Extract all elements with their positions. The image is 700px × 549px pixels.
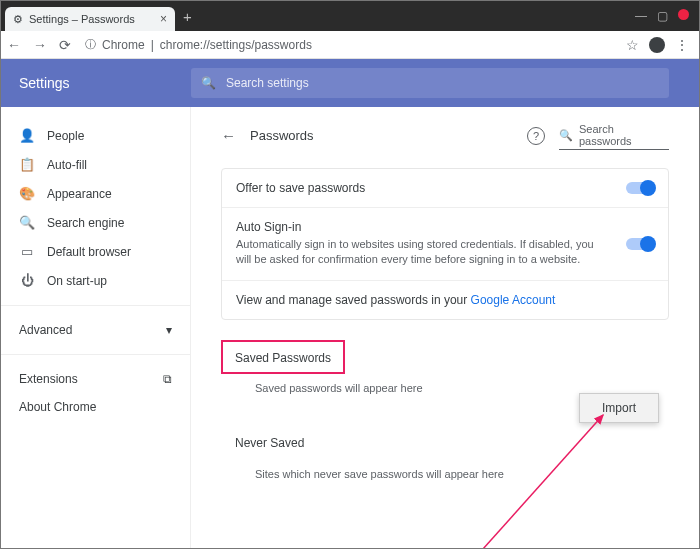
never-saved-section: Never Saved Sites which never save passw… [221, 426, 669, 496]
sidebar-item-on-startup[interactable]: ⏻On start-up [1, 266, 190, 295]
sidebar-item-label: Auto-fill [47, 158, 87, 172]
profile-icon[interactable] [649, 37, 665, 53]
sidebar-item-appearance[interactable]: 🎨Appearance [1, 179, 190, 208]
passwords-search[interactable]: 🔍 Search passwords [559, 121, 669, 150]
power-icon: ⏻ [19, 273, 35, 288]
manage-text: View and manage saved passwords in your [236, 293, 471, 307]
chevron-down-icon: ▾ [166, 323, 172, 337]
star-icon[interactable]: ☆ [626, 37, 639, 53]
sidebar-item-label: People [47, 129, 84, 143]
forward-icon[interactable]: → [33, 37, 47, 53]
site-info-icon[interactable]: ⓘ [85, 37, 96, 52]
brand-label: Settings [1, 75, 191, 91]
new-tab-button[interactable]: + [175, 8, 200, 25]
sidebar-item-label: Search engine [47, 216, 124, 230]
sidebar: 👤People 📋Auto-fill 🎨Appearance 🔍Search e… [1, 107, 191, 549]
import-menu-item[interactable]: Import [579, 393, 659, 423]
gear-icon: ⚙ [13, 13, 23, 26]
help-icon[interactable]: ? [527, 127, 545, 145]
search-icon: 🔍 [201, 76, 216, 90]
sidebar-item-people[interactable]: 👤People [1, 121, 190, 150]
sidebar-item-autofill[interactable]: 📋Auto-fill [1, 150, 190, 179]
saved-passwords-title-highlight: Saved Passwords [221, 340, 345, 374]
divider [1, 305, 190, 306]
page-title: Passwords [250, 128, 314, 143]
auto-signin-desc: Automatically sign in to websites using … [236, 237, 612, 268]
settings-search-placeholder: Search settings [226, 76, 309, 90]
back-icon[interactable]: ← [7, 37, 21, 53]
maximize-icon[interactable]: ▢ [657, 9, 668, 23]
omnibox-chrome-label: Chrome [102, 38, 145, 52]
offer-save-row: Offer to save passwords [222, 169, 668, 207]
password-options-card: Offer to save passwords Auto Sign-in Aut… [221, 168, 669, 320]
back-arrow-icon[interactable]: ← [221, 127, 236, 144]
import-label: Import [602, 401, 636, 415]
never-saved-title: Never Saved [221, 426, 669, 460]
close-tab-icon[interactable]: × [160, 12, 167, 26]
sidebar-item-label: On start-up [47, 274, 107, 288]
address-bar[interactable]: ⓘ Chrome | chrome://settings/passwords [81, 37, 616, 52]
tab-title: Settings – Passwords [29, 13, 135, 25]
sidebar-item-default-browser[interactable]: ▭Default browser [1, 237, 190, 266]
sidebar-extensions-label: Extensions [19, 372, 78, 386]
sidebar-advanced-label: Advanced [19, 323, 72, 337]
sidebar-item-label: Appearance [47, 187, 112, 201]
window-controls: — ▢ [635, 9, 695, 23]
browser-tab[interactable]: ⚙ Settings – Passwords × [5, 7, 175, 31]
passwords-search-placeholder: Search passwords [579, 123, 669, 147]
saved-passwords-title: Saved Passwords [235, 351, 331, 365]
minimize-icon[interactable]: — [635, 9, 647, 23]
settings-header: Settings 🔍 Search settings [1, 59, 699, 107]
browser-toolbar: ← → ⟳ ⓘ Chrome | chrome://settings/passw… [1, 31, 699, 59]
page-header: ← Passwords ? 🔍 Search passwords [221, 121, 669, 150]
offer-save-label: Offer to save passwords [236, 181, 612, 195]
sidebar-extensions[interactable]: Extensions ⧉ [1, 365, 190, 393]
external-link-icon: ⧉ [163, 372, 172, 386]
person-icon: 👤 [19, 128, 35, 143]
divider [1, 354, 190, 355]
omnibox-separator: | [151, 38, 154, 52]
google-account-link[interactable]: Google Account [471, 293, 556, 307]
auto-signin-row: Auto Sign-in Automatically sign in to we… [222, 207, 668, 280]
sidebar-about[interactable]: About Chrome [1, 393, 190, 421]
sidebar-advanced[interactable]: Advanced ▾ [1, 316, 190, 344]
palette-icon: 🎨 [19, 186, 35, 201]
omnibox-url: chrome://settings/passwords [160, 38, 312, 52]
manage-row: View and manage saved passwords in your … [222, 280, 668, 319]
settings-search[interactable]: 🔍 Search settings [191, 68, 669, 98]
auto-signin-toggle[interactable] [626, 238, 654, 250]
close-window-icon[interactable] [678, 9, 689, 20]
auto-signin-label: Auto Sign-in [236, 220, 612, 234]
clipboard-icon: 📋 [19, 157, 35, 172]
sidebar-item-label: Default browser [47, 245, 131, 259]
never-saved-empty: Sites which never save passwords will ap… [221, 460, 669, 496]
reload-icon[interactable]: ⟳ [59, 37, 71, 53]
offer-save-toggle[interactable] [626, 182, 654, 194]
search-icon: 🔍 [19, 215, 35, 230]
sidebar-item-search-engine[interactable]: 🔍Search engine [1, 208, 190, 237]
window-titlebar: ⚙ Settings – Passwords × + — ▢ [1, 1, 699, 31]
sidebar-about-label: About Chrome [19, 400, 96, 414]
browser-icon: ▭ [19, 244, 35, 259]
search-icon: 🔍 [559, 129, 573, 142]
menu-icon[interactable]: ⋮ [675, 37, 689, 53]
main-pane: ← Passwords ? 🔍 Search passwords Offer t… [191, 107, 699, 549]
